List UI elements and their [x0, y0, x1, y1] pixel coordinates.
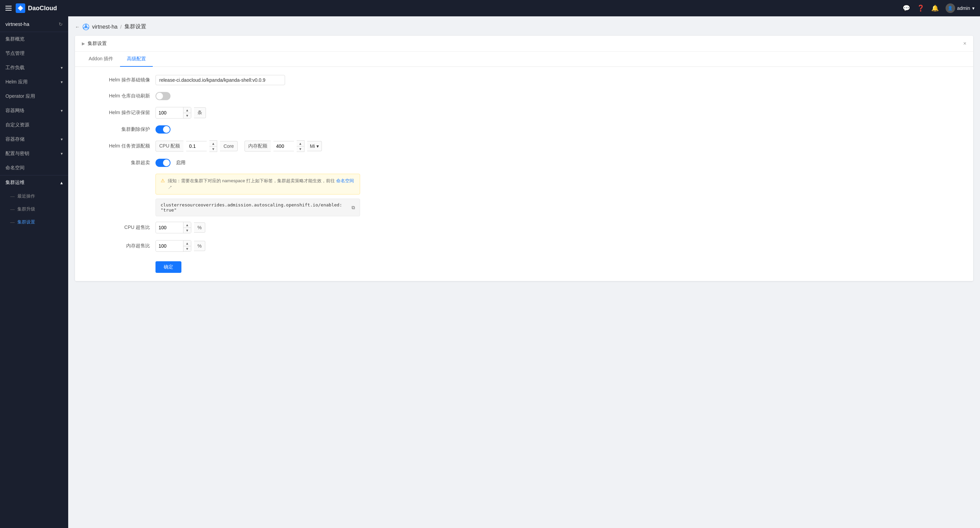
sidebar-item-cluster-settings[interactable]: — 集群设置 — [0, 216, 68, 228]
refresh-icon[interactable]: ↻ — [59, 21, 63, 27]
cluster-delete-protection-label: 集群删除保护 — [89, 126, 150, 133]
memory-oversell-spinners: ▲ ▼ — [183, 241, 191, 251]
sidebar-item-namespace[interactable]: 命名空间 — [0, 161, 68, 175]
topnav: DaoCloud 💬 ❓ 🔔 👤 admin ▾ — [0, 0, 980, 16]
helm-auto-refresh-toggle[interactable] — [156, 92, 170, 100]
panel-chevron-icon: ▶ — [82, 41, 85, 46]
user-dropdown-icon: ▾ — [972, 5, 975, 11]
memory-oversell-spinner-down[interactable]: ▼ — [183, 246, 191, 251]
sidebar-item-cluster-upgrade[interactable]: — 集群升级 — [0, 203, 68, 216]
hamburger-menu[interactable] — [5, 6, 11, 11]
cpu-oversell-spinner-up[interactable]: ▲ — [183, 222, 191, 228]
memory-resource-group: 内存配额 ▲ ▼ Mi ▾ — [245, 140, 322, 152]
helm-record-retention-input[interactable] — [156, 108, 183, 117]
cluster-oversell-toggle[interactable] — [156, 159, 170, 167]
memory-oversell-label: 内存超售比 — [89, 243, 150, 249]
warning-box: ⚠ 须知：需要在集群下对应的 namespace 打上如下标签，集群超卖策略才能… — [156, 174, 360, 195]
help-icon[interactable]: ❓ — [917, 5, 924, 12]
memory-prefix-label: 内存配额 — [245, 141, 271, 152]
helm-auto-refresh-field — [156, 92, 170, 100]
spinner-up[interactable]: ▲ — [183, 107, 191, 113]
breadcrumb: ← virtnest-ha / 集群设置 — [75, 23, 973, 30]
cluster-oversell-label: 集群超卖 — [89, 160, 150, 166]
helm-auto-refresh-row: Helm 仓库自动刷新 — [89, 92, 959, 100]
tab-advanced[interactable]: 高级配置 — [120, 52, 153, 67]
cpu-value-input[interactable] — [186, 141, 207, 151]
helm-auto-refresh-label: Helm 仓库自动刷新 — [89, 93, 150, 99]
cpu-oversell-label: CPU 超售比 — [89, 225, 150, 231]
config-secret-arrow: ▾ — [61, 151, 63, 156]
tabs: Addon 插件 高级配置 — [75, 52, 973, 67]
helm-record-retention-field: ▲ ▼ 条 — [156, 107, 206, 119]
sidebar-item-node-management[interactable]: 节点管理 — [0, 46, 68, 61]
username: admin — [957, 5, 970, 11]
breadcrumb-cluster: virtnest-ha — [92, 24, 118, 30]
dash-icon: — — [10, 207, 15, 212]
helm-base-image-input[interactable] — [156, 75, 285, 85]
container-storage-arrow: ▾ — [61, 137, 63, 142]
cpu-oversell-unit: % — [194, 222, 205, 233]
sidebar-item-cluster-overview[interactable]: 集群概览 — [0, 32, 68, 46]
helm-task-resources-label: Helm 任务资源配额 — [89, 143, 150, 149]
sidebar-item-workload[interactable]: 工作负载 ▾ — [0, 61, 68, 75]
memory-spinner-up[interactable]: ▲ — [297, 141, 304, 146]
avatar: 👤 — [945, 3, 955, 13]
helm-task-resources-field: CPU 配额 ▲ ▼ Core 内存配额 ▲ ▼ — [156, 140, 322, 152]
memory-oversell-input[interactable] — [156, 241, 183, 251]
code-box: clusterresourceoverrides.admission.autos… — [156, 198, 360, 216]
sidebar-item-container-storage[interactable]: 容器存储 ▾ — [0, 132, 68, 146]
cpu-spinner-up[interactable]: ▲ — [209, 141, 217, 146]
spinner-down[interactable]: ▼ — [183, 113, 191, 118]
close-icon[interactable]: × — [963, 41, 966, 47]
main-content: ← virtnest-ha / 集群设置 ▶ 集群设置 × Addon 插件 高… — [68, 16, 980, 528]
settings-panel: ▶ 集群设置 × Addon 插件 高级配置 Helm 操作基础镜像 Helm … — [75, 36, 973, 281]
cpu-oversell-input-wrapper: ▲ ▼ — [156, 222, 191, 233]
toggle-slider — [156, 125, 170, 133]
memory-spinners: ▲ ▼ — [297, 140, 304, 152]
cluster-delete-protection-field — [156, 125, 170, 133]
cluster-ops-header[interactable]: 集群运维 ▴ — [0, 176, 68, 190]
svg-point-1 — [19, 7, 22, 10]
settings-panel-header[interactable]: ▶ 集群设置 × — [75, 36, 973, 52]
toggle-slider — [156, 159, 170, 167]
helm-record-retention-row: Helm 操作记录保留 ▲ ▼ 条 — [89, 107, 959, 119]
namespace-link[interactable]: 命名空间 — [336, 178, 354, 183]
cpu-spinner-down[interactable]: ▼ — [209, 146, 217, 152]
sidebar-item-container-network[interactable]: 容器网络 ▾ — [0, 103, 68, 118]
cluster-ops-group: 集群运维 ▴ — 最近操作 — 集群升级 — 集群设置 — [0, 175, 68, 228]
form-content: Helm 操作基础镜像 Helm 仓库自动刷新 Helm 操作记录保留 — [75, 67, 973, 281]
memory-unit-arrow: ▾ — [317, 143, 319, 149]
dash-icon: — — [10, 220, 15, 225]
memory-oversell-spinner-up[interactable]: ▲ — [183, 241, 191, 246]
memory-unit-select[interactable]: Mi ▾ — [307, 141, 322, 151]
cpu-oversell-spinner-down[interactable]: ▼ — [183, 228, 191, 233]
sidebar-item-custom-resource[interactable]: 自定义资源 — [0, 118, 68, 132]
notification-icon[interactable]: 🔔 — [931, 5, 939, 12]
cluster-delete-protection-toggle[interactable] — [156, 125, 170, 133]
memory-oversell-unit: % — [194, 241, 205, 251]
cluster-ops-label: 集群运维 — [5, 179, 25, 186]
submit-button[interactable]: 确定 — [156, 261, 181, 273]
svg-point-5 — [87, 27, 89, 29]
memory-oversell-field: ▲ ▼ % — [156, 240, 205, 252]
sidebar-item-config-secret[interactable]: 配置与密钥 ▾ — [0, 146, 68, 161]
breadcrumb-separator: / — [120, 24, 122, 30]
sidebar-item-operator-app[interactable]: Operator 应用 — [0, 89, 68, 103]
external-link-icon: ↗ — [168, 185, 172, 190]
tab-addon[interactable]: Addon 插件 — [82, 52, 120, 67]
toggle-slider — [156, 92, 170, 100]
cpu-oversell-input[interactable] — [156, 223, 183, 232]
svg-point-4 — [85, 24, 87, 25]
sidebar-item-helm-app[interactable]: Helm 应用 ▾ — [0, 75, 68, 89]
helm-task-resources-row: Helm 任务资源配额 CPU 配额 ▲ ▼ Core 内存配额 — [89, 140, 959, 152]
memory-value-input[interactable] — [274, 141, 294, 151]
cluster-name: virtnest-ha — [5, 21, 29, 27]
back-button[interactable]: ← — [75, 24, 80, 30]
sidebar-item-recent-ops[interactable]: — 最近操作 — [0, 190, 68, 203]
helm-record-unit: 条 — [194, 107, 206, 118]
memory-spinner-down[interactable]: ▼ — [297, 146, 304, 152]
helm-base-image-field — [156, 75, 285, 85]
message-icon[interactable]: 💬 — [903, 5, 910, 12]
user-menu[interactable]: 👤 admin ▾ — [945, 3, 975, 13]
copy-icon[interactable]: ⧉ — [352, 205, 355, 211]
